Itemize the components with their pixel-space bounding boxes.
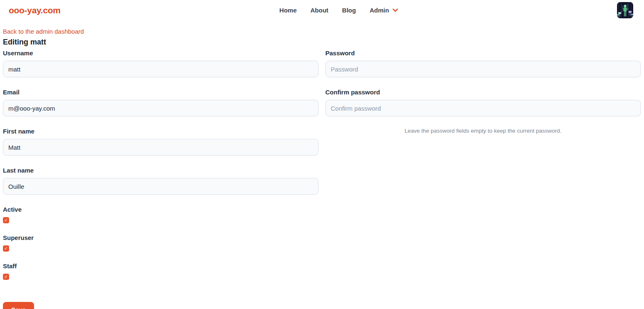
username-field-group: Username	[3, 50, 318, 77]
staff-checkbox-group: Staff ✓	[3, 263, 318, 280]
email-input[interactable]	[3, 100, 318, 116]
nav-item-about[interactable]: About	[311, 7, 328, 14]
nav-item-blog[interactable]: Blog	[342, 7, 356, 14]
username-input[interactable]	[3, 61, 318, 77]
nav-item-home[interactable]: Home	[279, 7, 297, 14]
password-input[interactable]	[326, 61, 641, 77]
superuser-checkbox[interactable]: ✓	[3, 245, 9, 252]
confirm-password-field-group: Confirm password	[326, 89, 641, 116]
email-label: Email	[3, 89, 318, 95]
nav-about-label: About	[311, 7, 328, 14]
last-name-input[interactable]	[3, 178, 318, 195]
active-checkbox[interactable]: ✓	[3, 217, 9, 223]
user-avatar[interactable]	[617, 2, 633, 18]
email-field-group: Email	[3, 89, 318, 116]
form-right-column: Password Confirm password Leave the pass…	[326, 50, 641, 134]
username-label: Username	[3, 50, 318, 56]
main-nav: Home About Blog Admin	[61, 7, 617, 14]
last-name-label: Last name	[3, 167, 318, 173]
password-label: Password	[326, 50, 641, 56]
nav-home-label: Home	[279, 7, 297, 14]
edit-user-form: Username Email First name Last name Acti…	[3, 50, 641, 309]
active-label: Active	[3, 206, 318, 213]
nav-blog-label: Blog	[342, 7, 356, 14]
staff-label: Staff	[3, 263, 318, 269]
first-name-field-group: First name	[3, 128, 318, 156]
password-help-text: Leave the password fields empty to keep …	[326, 128, 641, 134]
page-title: Editing matt	[3, 38, 641, 46]
top-navigation-bar: ooo-yay.com Home About Blog Admin	[0, 0, 644, 20]
edit-user-page: Back to the admin dashboard Editing matt…	[0, 20, 644, 309]
chevron-down-icon	[392, 8, 398, 12]
form-left-column: Username Email First name Last name Acti…	[3, 50, 318, 309]
staff-checkbox[interactable]: ✓	[3, 274, 9, 280]
confirm-password-label: Confirm password	[326, 89, 641, 95]
save-button[interactable]: Save	[3, 302, 34, 309]
password-field-group: Password	[326, 50, 641, 77]
nav-item-admin[interactable]: Admin	[370, 7, 398, 14]
back-to-admin-dashboard-link[interactable]: Back to the admin dashboard	[3, 27, 84, 35]
nav-admin-label: Admin	[370, 7, 389, 14]
last-name-field-group: Last name	[3, 167, 318, 195]
first-name-label: First name	[3, 128, 318, 134]
active-checkbox-group: Active ✓	[3, 206, 318, 223]
superuser-checkbox-group: Superuser ✓	[3, 235, 318, 252]
first-name-input[interactable]	[3, 139, 318, 156]
avatar-image	[617, 2, 633, 18]
superuser-label: Superuser	[3, 235, 318, 241]
confirm-password-input[interactable]	[326, 100, 641, 116]
site-logo[interactable]: ooo-yay.com	[9, 5, 61, 15]
